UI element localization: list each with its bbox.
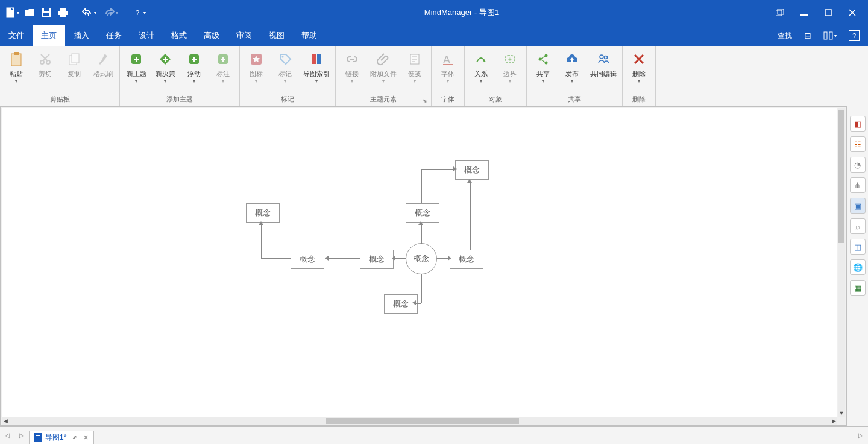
tab-close-icon[interactable]: ✕	[83, 434, 89, 442]
canvas[interactable]: 概念 概念 概念 概念 概念 概念 概念 概念	[2, 108, 837, 417]
rail-globe-button[interactable]: 🌐	[850, 259, 866, 275]
publish-button[interactable]: 发布▾	[559, 48, 585, 84]
tab-expand-icon[interactable]: ⬈	[72, 434, 77, 440]
brush-icon	[95, 51, 112, 68]
rail-excel-button[interactable]: ▦	[850, 280, 866, 296]
panel-toggle-btn[interactable]: ▾	[819, 25, 841, 46]
menu-设计[interactable]: 设计	[130, 25, 163, 46]
note-button[interactable]: 便笺▾	[402, 48, 427, 84]
float-button[interactable]: 浮动▾	[181, 48, 207, 84]
copy-button[interactable]: 复制	[61, 48, 87, 78]
rail-image-button[interactable]: ▣	[850, 198, 866, 214]
tab-scroll-end[interactable]: ▷	[854, 427, 868, 444]
menu-格式[interactable]: 格式	[163, 25, 195, 46]
print-button[interactable]	[55, 5, 71, 21]
horizontal-scrollbar[interactable]: ◀ ▶	[2, 417, 837, 425]
cut-button[interactable]: 剪切	[33, 48, 58, 78]
delete-button[interactable]: 删除▾	[626, 48, 652, 84]
font-button[interactable]: A字体▾	[435, 48, 461, 84]
icons-button[interactable]: 图标▾	[244, 48, 269, 84]
ribbon-group-共享: 共享▾发布▾共同编辑共享	[527, 46, 623, 106]
format-painter-button[interactable]: 格式刷	[90, 48, 116, 78]
new-decision-button[interactable]: 新决策▾	[153, 48, 178, 84]
svg-rect-16	[11, 54, 21, 66]
pages-icon	[66, 51, 83, 68]
menu-插入[interactable]: 插入	[65, 25, 98, 46]
tab-scroll-left[interactable]: ◁	[0, 427, 14, 444]
link-button[interactable]: 链接▾	[339, 48, 365, 84]
print-icon	[58, 8, 69, 17]
rail-user-button[interactable]: ◔	[850, 157, 866, 173]
minimize-button[interactable]	[798, 7, 810, 19]
paste-button[interactable]: 粘贴▾	[4, 48, 29, 84]
clip-icon	[375, 51, 392, 68]
rail-calendar-button[interactable]: ☷	[850, 136, 866, 152]
topic-node[interactable]: 概念	[291, 250, 324, 269]
document-tab[interactable]: 导图1* ⬈ ✕	[29, 431, 94, 444]
button-label: 关系	[474, 70, 488, 78]
relation-button[interactable]: 关系▾	[468, 48, 494, 84]
group-label: 标记	[244, 92, 332, 106]
caret-icon: ▾	[542, 79, 544, 84]
button-label: 共同编辑	[590, 70, 617, 78]
tab-scroll-right[interactable]: ▷	[14, 427, 29, 444]
document-tabbar: ◁ ▷ 导图1* ⬈ ✕ ▷	[0, 426, 868, 444]
svg-point-57	[600, 55, 603, 59]
connector	[437, 258, 449, 259]
boundary-icon: +	[502, 51, 518, 68]
help-dropdown-button[interactable]: ? ▾	[129, 5, 149, 21]
rail-search-button[interactable]: ⌕	[850, 218, 866, 234]
coedit-button[interactable]: 共同编辑	[588, 48, 618, 78]
topic-node[interactable]: 概念	[360, 250, 394, 269]
menu-帮助[interactable]: 帮助	[293, 25, 326, 46]
maximize-button[interactable]	[822, 7, 834, 19]
svg-rect-62	[36, 435, 40, 436]
redo-button[interactable]: ▾	[101, 5, 121, 21]
vertical-scrollbar[interactable]: ▲ ▼	[838, 108, 845, 417]
rail-select-button[interactable]: ◫	[850, 239, 866, 255]
arrow-icon	[259, 221, 263, 225]
menu-高级[interactable]: 高级	[195, 25, 228, 46]
rail-markers-button[interactable]: ◧	[850, 116, 866, 132]
help-menu-btn[interactable]: ?	[844, 25, 864, 46]
attach-button[interactable]: 附加文件▾	[368, 48, 398, 84]
tags-button[interactable]: 标记▾	[272, 48, 298, 84]
undo-button[interactable]: ▾	[79, 5, 99, 21]
menu-视图[interactable]: 视图	[260, 25, 293, 46]
topic-node[interactable]: 概念	[450, 250, 483, 269]
scroll-thumb[interactable]	[326, 418, 519, 424]
new-topic-button[interactable]: 新主题▾	[124, 48, 149, 84]
boundary-button[interactable]: +边界▾	[497, 48, 523, 84]
caret-icon: ▾	[315, 79, 318, 84]
divider-btn[interactable]: ⊟	[799, 25, 816, 46]
caret-icon: ▾	[834, 33, 837, 39]
topic-node[interactable]: 概念	[455, 160, 489, 180]
topic-node[interactable]: 概念	[406, 203, 439, 223]
save-button[interactable]	[39, 5, 54, 21]
rail-links-button[interactable]: ⋔	[850, 177, 866, 193]
scroll-right-icon[interactable]: ▶	[830, 417, 837, 425]
button-label: 删除	[632, 70, 646, 78]
restore-set-button[interactable]	[774, 7, 786, 19]
menu-审阅[interactable]: 审阅	[228, 25, 260, 46]
topic-node[interactable]: 概念	[246, 203, 280, 223]
menu-文件[interactable]: 文件	[0, 25, 33, 46]
svg-rect-46	[443, 64, 453, 65]
scroll-left-icon[interactable]: ◀	[2, 417, 9, 425]
scroll-thumb[interactable]	[838, 110, 844, 243]
dialog-launcher[interactable]: ⬊	[423, 98, 427, 104]
share-button[interactable]: 共享▾	[530, 48, 556, 84]
close-button[interactable]	[846, 7, 858, 19]
new-file-button[interactable]: ▾	[5, 5, 20, 21]
arrow-icon	[453, 166, 457, 171]
search-menu[interactable]: 查找	[773, 25, 797, 46]
maximize-icon	[825, 9, 832, 16]
open-button[interactable]	[22, 5, 37, 21]
menu-主页[interactable]: 主页	[33, 25, 65, 46]
callout-button[interactable]: 标注▾	[210, 48, 236, 84]
menu-任务[interactable]: 任务	[98, 25, 130, 46]
map-index-button[interactable]: 导图索引▾	[301, 48, 332, 84]
caret-icon: ▾	[222, 79, 224, 84]
center-node[interactable]: 概念	[406, 243, 437, 274]
scroll-down-icon[interactable]: ▼	[838, 410, 845, 417]
